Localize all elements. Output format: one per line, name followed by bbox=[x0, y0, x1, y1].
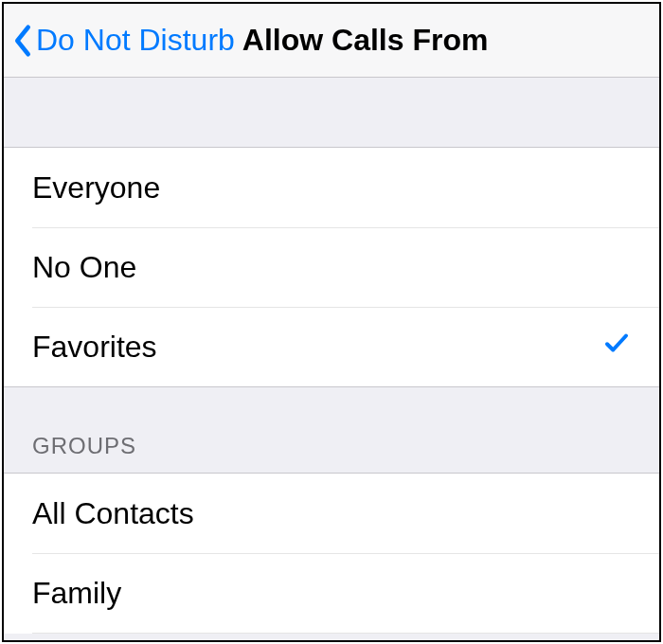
option-label: No One bbox=[32, 250, 136, 285]
option-no-one[interactable]: No One bbox=[4, 227, 659, 307]
allow-calls-list: Everyone No One Favorites bbox=[4, 148, 659, 387]
section-spacer bbox=[4, 78, 659, 148]
group-family[interactable]: Family bbox=[4, 553, 659, 633]
group-label: Family bbox=[32, 576, 121, 611]
option-everyone[interactable]: Everyone bbox=[4, 148, 659, 227]
group-label: All Contacts bbox=[32, 496, 194, 531]
checkmark-icon bbox=[602, 329, 631, 365]
nav-bar: Do Not Disturb Allow Calls From bbox=[4, 4, 659, 78]
back-button[interactable]: Do Not Disturb bbox=[13, 23, 235, 58]
option-favorites[interactable]: Favorites bbox=[4, 307, 659, 386]
groups-header: GROUPS bbox=[4, 387, 659, 474]
groups-list: All Contacts Family bbox=[4, 474, 659, 634]
option-label: Everyone bbox=[32, 170, 160, 206]
back-label: Do Not Disturb bbox=[36, 23, 235, 58]
row-separator bbox=[32, 633, 659, 634]
page-title: Allow Calls From bbox=[242, 23, 489, 58]
option-label: Favorites bbox=[32, 330, 157, 365]
chevron-left-icon bbox=[13, 24, 32, 58]
group-all-contacts[interactable]: All Contacts bbox=[4, 474, 659, 553]
